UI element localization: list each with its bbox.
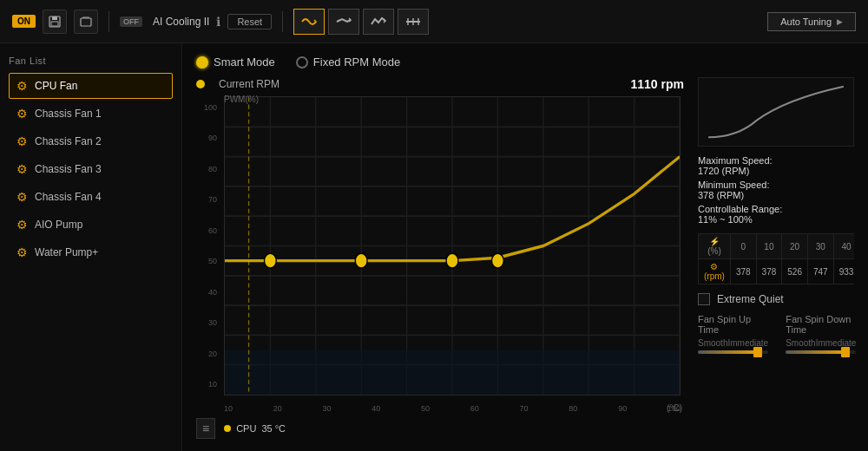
fan-mode-1[interactable] xyxy=(293,9,325,35)
rpm-table: ⚡ (%) 0 10 20 30 40 50 60 70 80 90 100 xyxy=(698,233,854,284)
ai-off-badge: OFF xyxy=(120,16,142,27)
fan-icon-chassis4: ⚙ xyxy=(16,190,28,204)
save-icon[interactable] xyxy=(43,10,67,34)
immediate-label-down: Immediate xyxy=(816,338,857,348)
cpu-temp-row: CPU 35 °C xyxy=(224,423,286,434)
fan-label-chassis1: Chassis Fan 1 xyxy=(35,108,102,120)
fan-label-cpu: CPU Fan xyxy=(35,80,77,92)
fan-item-chassis2[interactable]: ⚙ Chassis Fan 2 xyxy=(9,128,173,154)
fan-icon-cpu: ⚙ xyxy=(16,79,28,93)
fan-icon-waterpump: ⚙ xyxy=(16,245,28,259)
fan-item-chassis4[interactable]: ⚙ Chassis Fan 4 xyxy=(9,184,173,210)
fan-icon-chassis3: ⚙ xyxy=(16,162,28,176)
svg-rect-27 xyxy=(225,350,680,395)
cpu-temp: 35 °C xyxy=(261,423,286,434)
smooth-label-up: Smooth xyxy=(698,338,727,348)
fan-mode-buttons xyxy=(293,9,429,35)
separator2 xyxy=(282,11,283,32)
open-icon[interactable] xyxy=(74,10,98,34)
svg-point-30 xyxy=(446,253,458,268)
min-speed-value: 378 (RPM) xyxy=(698,190,744,200)
fan-item-aio[interactable]: ⚙ AIO Pump xyxy=(9,212,173,238)
list-view-button[interactable]: ≡ xyxy=(196,418,215,439)
chart-section: Current RPM 1110 rpm 100 90 80 70 60 50 xyxy=(196,77,684,439)
chart-bottom: ≡ CPU 35 °C xyxy=(196,418,684,439)
fan-label-chassis2: Chassis Fan 2 xyxy=(35,135,102,147)
ai-cooling-label: AI Cooling II xyxy=(153,16,209,28)
fixed-rpm-label: Fixed RPM Mode xyxy=(313,56,400,69)
fan-icon-aio: ⚙ xyxy=(16,218,28,232)
chart-wrapper: 100 90 80 70 60 50 40 30 20 10 xyxy=(196,96,684,413)
info-icon[interactable]: ℹ xyxy=(216,15,220,29)
speed-info: Maximum Speed: 1720 (RPM) Minimum Speed:… xyxy=(698,155,854,225)
extreme-quiet-label: Extreme Quiet xyxy=(717,293,784,305)
spin-up-section: Fan Spin Up Time Smooth Immediate xyxy=(698,314,768,439)
main-content: Fan List ⚙ CPU Fan ⚙ Chassis Fan 1 ⚙ Cha… xyxy=(0,43,868,451)
fan-mode-3[interactable] xyxy=(363,9,394,35)
spin-down-fill xyxy=(786,350,845,354)
pwm-label: PWM(%) xyxy=(224,95,259,104)
rpm-value: 1110 rpm xyxy=(631,77,684,91)
min-speed-label: Minimum Speed: xyxy=(698,180,770,190)
rpm-icon: ⚙ (rpm) xyxy=(699,259,731,284)
current-rpm-label: Current RPM xyxy=(219,78,279,90)
mode-row: Smart Mode Fixed RPM Mode xyxy=(196,56,854,69)
smart-mode-radio[interactable]: Smart Mode xyxy=(196,56,275,69)
left-panel: Fan List ⚙ CPU Fan ⚙ Chassis Fan 1 ⚙ Cha… xyxy=(0,43,182,451)
fan-item-waterpump[interactable]: ⚙ Water Pump+ xyxy=(9,239,173,265)
fan-mode-4[interactable] xyxy=(398,9,429,35)
svg-point-29 xyxy=(355,253,367,268)
fixed-rpm-radio[interactable]: Fixed RPM Mode xyxy=(296,56,400,69)
right-panel: Smart Mode Fixed RPM Mode Current RPM 11… xyxy=(182,43,868,451)
cpu-temp-dot xyxy=(224,425,231,432)
fan-item-cpu[interactable]: ⚙ CPU Fan xyxy=(9,73,173,99)
immediate-label-up: Immediate xyxy=(727,338,768,348)
reset-button[interactable]: Reset xyxy=(227,14,272,29)
fan-item-chassis1[interactable]: ⚙ Chassis Fan 1 xyxy=(9,101,173,127)
spin-down-thumb[interactable] xyxy=(841,347,850,357)
fan-mode-2[interactable] xyxy=(328,9,359,35)
current-rpm-row: Current RPM 1110 rpm xyxy=(196,77,684,91)
spin-up-fill xyxy=(698,350,758,354)
rpm-dot xyxy=(196,80,205,88)
percent-icon: ⚡ (%) xyxy=(699,234,731,259)
svg-rect-1 xyxy=(52,16,57,20)
svg-point-28 xyxy=(265,253,277,268)
auto-tuning-button[interactable]: Auto Tuning xyxy=(767,12,856,31)
spin-up-title: Fan Spin Up Time xyxy=(698,314,768,335)
content-area: Current RPM 1110 rpm 100 90 80 70 60 50 xyxy=(196,77,854,439)
range-label: Controllable Range: xyxy=(698,204,782,214)
y-axis-labels: 100 90 80 70 60 50 40 30 20 10 xyxy=(196,103,220,389)
svg-point-31 xyxy=(492,253,504,268)
fan-curve-preview xyxy=(698,77,854,147)
range-row: Controllable Range: 11% ~ 100% xyxy=(698,204,854,225)
fan-list-title: Fan List xyxy=(9,56,173,66)
min-speed-row: Minimum Speed: 378 (RPM) xyxy=(698,180,854,200)
fan-icon-chassis2: ⚙ xyxy=(16,134,28,148)
power-toggle[interactable]: ON xyxy=(12,15,36,28)
info-panel: Maximum Speed: 1720 (RPM) Minimum Speed:… xyxy=(698,77,854,439)
spin-down-track[interactable] xyxy=(786,350,856,354)
slider-sections: Fan Spin Up Time Smooth Immediate Fan Sp… xyxy=(698,314,854,439)
max-speed-label: Maximum Speed: xyxy=(698,155,773,166)
range-value: 11% ~ 100% xyxy=(698,214,753,225)
fixed-rpm-dot xyxy=(296,56,308,69)
fan-label-chassis4: Chassis Fan 4 xyxy=(35,191,102,203)
extreme-quiet-checkbox[interactable] xyxy=(698,293,710,305)
chart-canvas[interactable] xyxy=(224,96,681,395)
svg-rect-3 xyxy=(81,18,91,26)
rpm-table-values: ⚙ (rpm) 378 378 526 747 933 1102 1248 13… xyxy=(699,259,855,284)
max-speed-row: Maximum Speed: 1720 (RPM) xyxy=(698,155,854,176)
svg-rect-2 xyxy=(51,22,58,26)
fan-item-chassis3[interactable]: ⚙ Chassis Fan 3 xyxy=(9,156,173,182)
smart-mode-dot xyxy=(196,56,208,69)
spin-up-thumb[interactable] xyxy=(753,347,762,357)
max-speed-value: 1720 (RPM) xyxy=(698,166,749,176)
toolbar: ON OFF AI Cooling II ℹ Reset xyxy=(0,0,868,43)
fan-label-waterpump: Water Pump+ xyxy=(35,246,98,258)
rpm-table-header: ⚡ (%) 0 10 20 30 40 50 60 70 80 90 100 xyxy=(699,234,855,259)
spin-up-track[interactable] xyxy=(698,350,768,354)
temp-label: (°C) xyxy=(667,403,682,413)
x-axis-labels: 10 20 30 40 50 60 70 80 90 100 xyxy=(224,401,681,413)
spin-down-section: Fan Spin Down Time Smooth Immediate xyxy=(786,314,856,439)
